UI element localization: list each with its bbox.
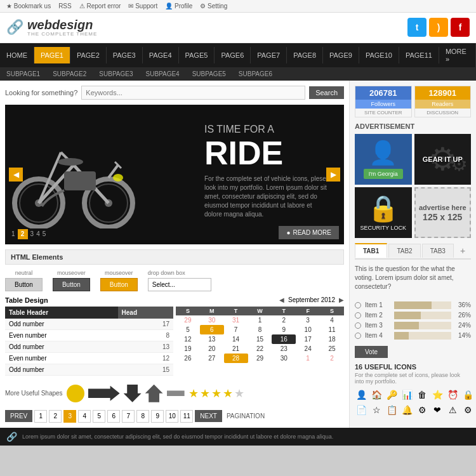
icon-star[interactable]: ⭐: [431, 388, 444, 401]
cal-day[interactable]: 21: [224, 344, 248, 354]
cal-day[interactable]: 11: [320, 325, 344, 334]
page-11[interactable]: 11: [180, 410, 193, 423]
search-input[interactable]: [81, 86, 305, 100]
icon-bell[interactable]: 🔔: [400, 404, 413, 416]
cal-day[interactable]: 26: [176, 354, 200, 363]
cal-day[interactable]: 13: [200, 334, 224, 344]
poll-radio-4[interactable]: [355, 333, 361, 339]
cal-day[interactable]: 10: [296, 325, 320, 334]
cal-day[interactable]: 28: [224, 354, 248, 363]
cal-day[interactable]: 1: [296, 354, 320, 363]
tab-btn-2[interactable]: TAB2: [388, 244, 420, 258]
flickr-social-btn[interactable]: f: [451, 18, 470, 37]
report-link[interactable]: ⚠ Report error: [79, 3, 121, 10]
cal-day[interactable]: 18: [320, 334, 344, 344]
nav-home[interactable]: HOME: [0, 47, 34, 63]
slider-dot-3[interactable]: 3: [30, 230, 34, 237]
cal-day[interactable]: 15: [248, 334, 272, 344]
icon-key[interactable]: 🔑: [385, 388, 398, 401]
cal-day[interactable]: 22: [248, 344, 272, 354]
nav-page4[interactable]: PAGE4: [143, 47, 179, 63]
icon-chart[interactable]: 📊: [400, 388, 413, 401]
page-2[interactable]: 2: [49, 410, 62, 423]
nav-subpage1[interactable]: SUBPAGE1: [0, 67, 46, 81]
nav-subpage4[interactable]: SUBPAGE4: [140, 67, 186, 81]
cal-day[interactable]: 23: [272, 344, 296, 354]
slider-dot-1[interactable]: 1: [11, 230, 15, 237]
nav-page2[interactable]: PAGE2: [70, 47, 107, 63]
page-7[interactable]: 7: [122, 410, 135, 423]
cal-day[interactable]: 14: [224, 334, 248, 344]
cal-day[interactable]: 7: [224, 325, 248, 334]
poll-radio-2[interactable]: [355, 312, 361, 319]
page-3[interactable]: 3: [63, 410, 76, 423]
cal-next-arrow[interactable]: ▶: [339, 296, 344, 303]
nav-sub-more[interactable]: [463, 70, 476, 77]
cal-day[interactable]: 20: [200, 344, 224, 354]
btn-mouseover1[interactable]: Button: [53, 278, 90, 291]
pagination-prev[interactable]: PREV: [5, 410, 32, 422]
btn-neutral[interactable]: Button: [5, 278, 43, 291]
profile-link[interactable]: 👤 Profile: [165, 3, 192, 10]
icon-clipboard[interactable]: 📋: [385, 404, 398, 416]
cal-day[interactable]: 24: [296, 344, 320, 354]
nav-page7[interactable]: PAGE7: [251, 47, 287, 63]
cal-day[interactable]: 5: [176, 325, 200, 334]
icon-clock[interactable]: ⏰: [446, 388, 459, 401]
btn-mouseover2[interactable]: Button: [100, 278, 138, 291]
icon-heart[interactable]: ❤: [431, 404, 444, 416]
setting-link[interactable]: ⚙ Setting: [200, 3, 227, 10]
nav-page5[interactable]: PAGE5: [179, 47, 215, 63]
cal-day[interactable]: 17: [296, 334, 320, 344]
icon-star2[interactable]: ☆: [370, 404, 383, 416]
vote-button[interactable]: Vote: [355, 346, 388, 358]
icon-settings[interactable]: ⚙: [461, 404, 474, 416]
page-6[interactable]: 6: [107, 410, 120, 423]
nav-subpage5[interactable]: SUBPAGE5: [186, 67, 232, 81]
cal-day[interactable]: 6: [200, 325, 224, 334]
tab-btn-3[interactable]: TAB3: [422, 244, 454, 258]
nav-subpage3[interactable]: SUBPAGE3: [93, 67, 139, 81]
ad-person-button[interactable]: I'm Georgia: [364, 169, 403, 179]
slider-next-arrow[interactable]: ▶: [326, 168, 340, 182]
icon-person[interactable]: 👤: [355, 388, 367, 401]
nav-page10[interactable]: PAGE10: [359, 47, 399, 63]
cal-day[interactable]: 9: [272, 325, 296, 334]
nav-page6[interactable]: PAGE6: [215, 47, 251, 63]
pagination-next[interactable]: NEXT: [195, 410, 222, 422]
search-button[interactable]: Search: [309, 86, 344, 99]
cal-day[interactable]: 30: [200, 315, 224, 325]
page-4[interactable]: 4: [78, 410, 91, 423]
icon-lock[interactable]: 🔒: [461, 388, 474, 401]
nav-subpage6[interactable]: SUBPAGE6: [232, 67, 279, 81]
cal-prev-arrow[interactable]: ◀: [279, 296, 284, 303]
cal-day[interactable]: 3: [296, 315, 320, 325]
nav-page8[interactable]: PAGE8: [287, 47, 323, 63]
cal-day[interactable]: 2: [272, 315, 296, 325]
slider-dot-5[interactable]: 5: [43, 230, 46, 237]
followers-btn[interactable]: Followers: [355, 100, 411, 109]
poll-radio-1[interactable]: [355, 302, 361, 308]
readers-btn[interactable]: Readers: [415, 100, 471, 109]
cal-day-today[interactable]: 16: [272, 334, 296, 344]
slider-dot-4[interactable]: 4: [36, 230, 40, 237]
slider-dot-2[interactable]: 2: [18, 229, 28, 239]
icon-trash[interactable]: 🗑: [416, 388, 428, 401]
nav-page11[interactable]: PAGE11: [399, 47, 439, 63]
icon-warning[interactable]: ⚠: [446, 404, 459, 416]
page-9[interactable]: 9: [151, 410, 164, 423]
cal-day[interactable]: 4: [320, 315, 344, 325]
nav-page1[interactable]: PAGE1: [34, 47, 70, 63]
cal-day[interactable]: 8: [248, 325, 272, 334]
bookmark-link[interactable]: ★ Bookmark us: [6, 3, 51, 10]
dropdown-select[interactable]: Select... Option 1 Option 2 Option 3: [148, 278, 211, 291]
page-10[interactable]: 10: [166, 410, 178, 423]
nav-page9[interactable]: PAGE9: [323, 47, 359, 63]
twitter-social-btn[interactable]: t: [407, 18, 426, 37]
icon-gear[interactable]: ⚙: [416, 404, 428, 416]
nav-more[interactable]: MORE »: [439, 43, 476, 67]
icon-home[interactable]: 🏠: [370, 388, 383, 401]
slider-prev-arrow[interactable]: ◀: [9, 168, 23, 182]
read-more-button[interactable]: ● READ MORE: [279, 226, 339, 239]
cal-day[interactable]: 29: [248, 354, 272, 363]
